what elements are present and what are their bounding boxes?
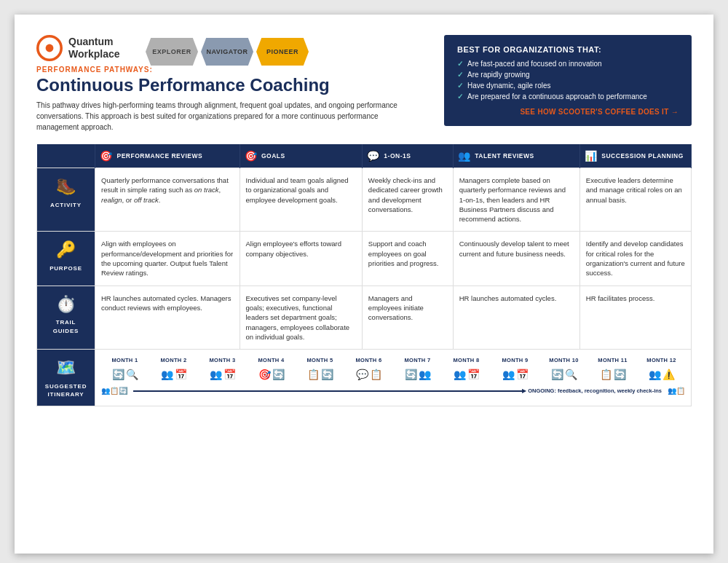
header-section: Quantum Workplace EXPLORER NAVIGATOR PIO… (36, 35, 692, 133)
month-5-col: MONTH 5 📋🔄 (296, 357, 344, 382)
activity-goals-cell: Individual and team goals aligned to org… (240, 168, 362, 232)
trail-guides-icon: ⏱️ (43, 294, 89, 316)
best-for-item-4: ✓Are prepared for a continuous approach … (457, 92, 678, 101)
th-performance-reviews: 🎯 PERFORMANCE REVIEWS (95, 144, 240, 168)
activity-succession-cell: Executive leaders determine and manage c… (579, 168, 691, 232)
th-talent-reviews: 👥 TALENT REVIEWS (453, 144, 579, 168)
month-12-col: MONTH 12 👥⚠️ (638, 357, 685, 382)
month-4-col: MONTH 4 🎯🔄 (248, 357, 295, 382)
scooter-link[interactable]: SEE HOW SCOOTER'S COFFEE DOES IT → (457, 108, 678, 116)
trail-guides-row: ⏱️ TRAILGUIDES HR launches automated cyc… (37, 286, 692, 349)
talent-reviews-icon: 👥 (458, 150, 471, 162)
table-header-row: 🎯 PERFORMANCE REVIEWS 🎯 GOALS 💬 1-ON-1S (37, 144, 692, 168)
main-table: 🎯 PERFORMANCE REVIEWS 🎯 GOALS 💬 1-ON-1S (36, 144, 692, 406)
best-for-item-1: ✓Are fast-paced and focused on innovatio… (457, 60, 678, 68)
goals-icon: 🎯 (245, 150, 258, 162)
best-for-title: BEST FOR ORGANIZATIONS THAT: (457, 45, 678, 54)
succession-planning-icon: 📊 (585, 150, 598, 162)
pathway-label: PERFORMANCE PATHWAYS: (36, 66, 430, 74)
purpose-talent-reviews-cell: Continuously develop talent to meet curr… (453, 232, 579, 286)
logo-icon (36, 35, 63, 61)
badge-navigator: NAVIGATOR (201, 38, 253, 66)
logo-text: Quantum Workplace (68, 36, 120, 60)
activity-talent-reviews-cell: Managers complete based on quarterly per… (453, 168, 579, 232)
pathway-title: Continuous Performance Coaching (36, 75, 430, 95)
itinerary-months: MONTH 1 🔄🔍 MONTH 2 👥📅 MONTH 3 👥📅 (101, 357, 685, 382)
best-for-item-2: ✓Are rapidly growing (457, 71, 678, 79)
month-11-col: MONTH 11 📋🔄 (589, 357, 636, 382)
purpose-succession-cell: Identify and develop candidates for crit… (579, 232, 691, 286)
trail-guides-1on1s-cell: Managers and employees initiate conversa… (362, 286, 453, 349)
month-8-col: MONTH 8 👥📅 (443, 357, 490, 382)
trail-guides-talent-reviews-cell: HR launches automated cycles. (453, 286, 579, 349)
itinerary-icon: 🗺️ (43, 357, 89, 379)
month-1-col: MONTH 1 🔄🔍 (101, 357, 149, 382)
th-succession-planning: 📊 SUCCESSION PLANNING (579, 144, 691, 168)
activity-icon: 🥾 (43, 176, 89, 198)
purpose-label-cell: 🔑 PURPOSE (37, 232, 95, 286)
purpose-1on1s-cell: Support and coach employees on goal prio… (362, 232, 453, 286)
itinerary-content-cell: MONTH 1 🔄🔍 MONTH 2 👥📅 MONTH 3 👥📅 (95, 350, 692, 406)
trail-guides-perf-reviews-cell: HR launches automated cycles. Managers c… (95, 286, 240, 349)
activity-1on1s-cell: Weekly check-ins and dedicated career gr… (362, 168, 453, 232)
trail-guides-goals-cell: Executives set company-level goals; exec… (240, 286, 362, 349)
pathway-desc: This pathway drives high-performing team… (36, 100, 400, 133)
performance-reviews-icon: 🎯 (100, 150, 113, 162)
page-container: Quantum Workplace EXPLORER NAVIGATOR PIO… (15, 15, 713, 554)
svg-point-1 (46, 44, 54, 52)
itinerary-row: 🗺️ SUGGESTEDITINERARY MONTH 1 🔄🔍 MONTH 2… (37, 350, 692, 406)
purpose-goals-cell: Align employee's efforts toward company … (240, 232, 362, 286)
activity-row: 🥾 ACTIVITY Quarterly performance convers… (37, 168, 692, 232)
badge-pioneer: PIONEER (256, 38, 309, 66)
month-9-col: MONTH 9 👥📅 (491, 357, 539, 382)
1on1s-icon: 💬 (367, 150, 380, 162)
month-2-col: MONTH 2 👥📅 (150, 357, 197, 382)
logo-badges-row: Quantum Workplace EXPLORER NAVIGATOR PIO… (36, 35, 430, 66)
best-for-list: ✓Are fast-paced and focused on innovatio… (457, 60, 678, 101)
th-empty (37, 144, 95, 168)
ongoing-bar: 👥📋🔄 ONGOING: feedback, recognition, week… (101, 386, 685, 396)
trail-guides-succession-cell: HR facilitates process. (579, 286, 691, 349)
ongoing-timeline-bar (133, 390, 522, 392)
month-3-col: MONTH 3 👥📅 (199, 357, 246, 382)
best-for-item-3: ✓Have dynamic, agile roles (457, 82, 678, 90)
month-7-col: MONTH 7 🔄👥 (394, 357, 441, 382)
th-goals: 🎯 GOALS (240, 144, 362, 168)
best-for-box: BEST FOR ORGANIZATIONS THAT: ✓Are fast-p… (444, 35, 692, 126)
trail-guides-label-cell: ⏱️ TRAILGUIDES (37, 286, 95, 349)
purpose-icon: 🔑 (43, 239, 89, 261)
activity-label-cell: 🥾 ACTIVITY (37, 168, 95, 232)
logo-area: Quantum Workplace (36, 35, 146, 61)
month-6-col: MONTH 6 💬📋 (345, 357, 392, 382)
activity-perf-reviews-cell: Quarterly performance conversations that… (95, 168, 240, 232)
th-1on1s: 💬 1-ON-1S (362, 144, 453, 168)
purpose-row: 🔑 PURPOSE Align with employees on perfor… (37, 232, 692, 286)
badges-row: EXPLORER NAVIGATOR PIONEER (146, 38, 309, 66)
itinerary-label-cell: 🗺️ SUGGESTEDITINERARY (37, 350, 95, 406)
month-10-col: MONTH 10 🔄🔍 (540, 357, 587, 382)
purpose-perf-reviews-cell: Align with employees on performance/deve… (95, 232, 240, 286)
badge-explorer: EXPLORER (146, 38, 198, 66)
header-left: Quantum Workplace EXPLORER NAVIGATOR PIO… (36, 35, 430, 133)
